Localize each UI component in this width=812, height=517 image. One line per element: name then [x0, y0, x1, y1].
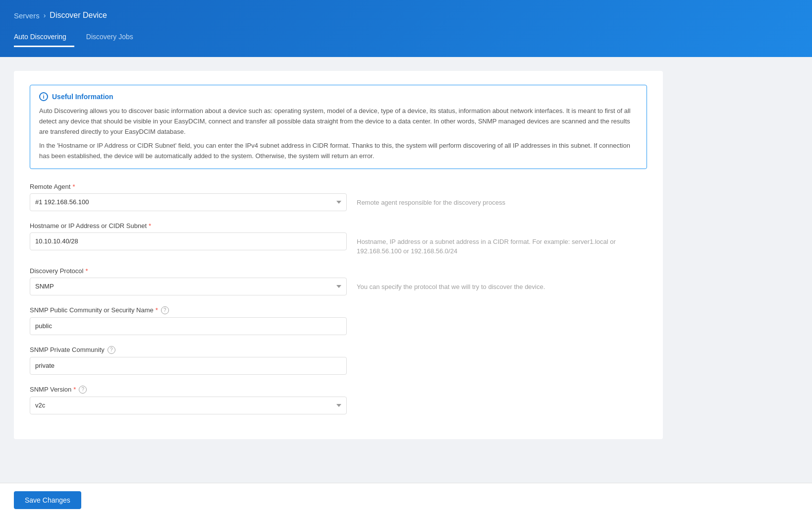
info-box: i Useful Information Auto Discovering al…	[30, 85, 647, 169]
discovery-protocol-required: *	[85, 267, 88, 275]
header: Servers › Discover Device Auto Discoveri…	[0, 0, 812, 57]
breadcrumb-parent[interactable]: Servers	[14, 11, 40, 20]
discovery-protocol-field: Discovery Protocol * SNMP	[30, 267, 347, 295]
footer: Save Changes	[0, 483, 812, 517]
discovery-protocol-select[interactable]: SNMP	[30, 278, 347, 295]
remote-agent-label: Remote Agent *	[30, 183, 347, 190]
discovery-protocol-label: Discovery Protocol *	[30, 267, 347, 275]
breadcrumb: Servers › Discover Device	[14, 0, 798, 25]
snmp-version-help-icon[interactable]: ?	[79, 386, 87, 394]
snmp-private-input[interactable]	[30, 357, 347, 375]
breadcrumb-current: Discover Device	[50, 11, 107, 20]
snmp-private-help-icon[interactable]: ?	[108, 346, 115, 354]
snmp-version-select[interactable]: v2c	[30, 397, 347, 414]
hostname-group: Hostname or IP Address or CIDR Subnet * …	[30, 222, 647, 256]
remote-agent-group: Remote Agent * #1 192.168.56.100 Remote …	[30, 183, 647, 211]
hostname-input[interactable]	[30, 232, 347, 250]
hostname-label: Hostname or IP Address or CIDR Subnet *	[30, 222, 347, 230]
hostname-row: Hostname or IP Address or CIDR Subnet * …	[30, 222, 647, 256]
info-paragraph-2: In the 'Hostname or IP Address or CIDR S…	[39, 141, 638, 162]
save-button[interactable]: Save Changes	[14, 491, 81, 509]
form-card: i Useful Information Auto Discovering al…	[14, 71, 663, 439]
snmp-public-group: SNMP Public Community or Security Name *…	[30, 306, 647, 335]
discovery-protocol-group: Discovery Protocol * SNMP You can specif…	[30, 267, 647, 295]
remote-agent-select[interactable]: #1 192.168.56.100	[30, 193, 347, 211]
tab-auto-discovering[interactable]: Auto Discovering	[14, 29, 74, 47]
hostname-field: Hostname or IP Address or CIDR Subnet *	[30, 222, 347, 250]
remote-agent-hint: Remote agent responsible for the discove…	[357, 183, 647, 208]
info-title-text: Useful Information	[52, 93, 113, 101]
snmp-public-required: *	[156, 306, 158, 314]
snmp-version-label: SNMP Version * ?	[30, 386, 647, 394]
snmp-version-group: SNMP Version * ? v2c	[30, 386, 647, 414]
discovery-protocol-row: Discovery Protocol * SNMP You can specif…	[30, 267, 647, 295]
tabs-container: Auto Discovering Discovery Jobs	[14, 29, 798, 47]
breadcrumb-separator: ›	[44, 11, 46, 19]
remote-agent-required: *	[72, 183, 75, 190]
hostname-required: *	[149, 222, 151, 230]
snmp-version-required: *	[73, 386, 76, 393]
snmp-public-input[interactable]	[30, 317, 347, 335]
info-title: i Useful Information	[39, 92, 638, 101]
remote-agent-field: Remote Agent * #1 192.168.56.100	[30, 183, 347, 211]
tab-discovery-jobs[interactable]: Discovery Jobs	[86, 29, 141, 47]
snmp-public-label: SNMP Public Community or Security Name *…	[30, 306, 647, 314]
remote-agent-row: Remote Agent * #1 192.168.56.100 Remote …	[30, 183, 647, 211]
main-content: i Useful Information Auto Discovering al…	[0, 57, 812, 517]
hostname-hint: Hostname, IP address or a subnet address…	[357, 222, 647, 256]
discovery-protocol-hint: You can specify the protocol that we wil…	[357, 267, 647, 292]
snmp-public-help-icon[interactable]: ?	[161, 306, 169, 314]
info-icon: i	[39, 92, 48, 101]
snmp-private-label: SNMP Private Community ?	[30, 346, 647, 354]
info-paragraph-1: Auto Discovering allows you to discover …	[39, 106, 638, 137]
snmp-private-group: SNMP Private Community ?	[30, 346, 647, 375]
